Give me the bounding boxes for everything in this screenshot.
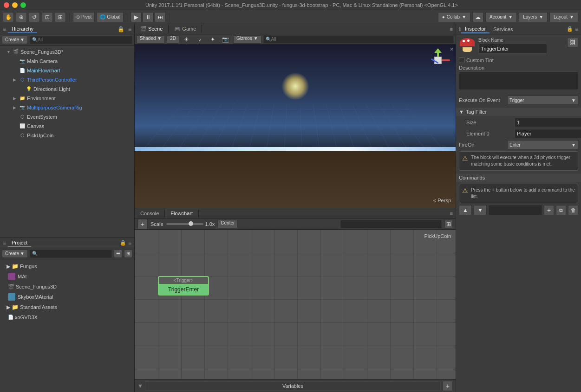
project-list-view-button[interactable]: ☰ (114, 250, 122, 258)
flowchart-viewport[interactable]: PickUpCoin <Trigger> TriggerEnter (135, 230, 456, 379)
pivot-button[interactable]: ⊙ Pivot (73, 12, 95, 22)
hierarchy-item-maincam[interactable]: 📷 Main Camera (0, 57, 134, 66)
main-toolbar: ✋ ⊕ ↺ ⊡ ⊞ ⊙ Pivot 🌐 Global ▶ ⏸ ⏭ ● Colla… (0, 10, 581, 24)
scene-viewport[interactable]: ✕ < Persp (135, 45, 456, 208)
layout-button[interactable]: Layout ▼ (549, 12, 578, 22)
scene-panel-menu[interactable]: ≡ (450, 26, 456, 32)
scale-slider[interactable] (166, 223, 203, 225)
game-icon-tab: 🎮 (174, 26, 181, 32)
move-tool-button[interactable]: ⊕ (16, 12, 27, 22)
gizmos-label: Gizmos (236, 36, 252, 41)
delete-command-button[interactable]: 🗑 (568, 205, 578, 215)
hierarchy-lock-icon[interactable]: 🔒 (118, 26, 124, 32)
pause-button[interactable]: ⏸ (143, 12, 154, 22)
custom-tint-checkbox[interactable] (459, 58, 464, 63)
scale-tool-button[interactable]: ⊡ (42, 12, 53, 22)
hierarchy-item-dirlight[interactable]: 💡 Directional Light (0, 84, 134, 94)
fireon-dropdown[interactable]: Enter ▼ (507, 140, 578, 149)
cloud-button[interactable]: ☁ (472, 12, 483, 22)
hierarchy-item-environment[interactable]: ▶ 📁 Environment (0, 94, 134, 103)
size-input[interactable] (515, 118, 581, 127)
light-toggle-button[interactable]: ☀ (181, 34, 192, 45)
commands-section[interactable]: Commands (456, 174, 581, 182)
minimize-button[interactable] (12, 2, 18, 8)
inspector-lock-icon[interactable]: 🔒 (567, 26, 573, 32)
project-create-button[interactable]: Create ▼ (2, 250, 28, 258)
hierarchy-item-canvas[interactable]: ⬜ Canvas (0, 122, 134, 131)
project-grid-view-button[interactable]: ⊞ (124, 250, 132, 258)
hierarchy-tab[interactable]: Hierarchy (8, 25, 37, 33)
hierarchy-item-thirdperson[interactable]: ▶ ⬡ ThirdPersonController (0, 75, 134, 84)
inspector-tab-inspector[interactable]: Inspector (461, 25, 490, 33)
hand-tool-button[interactable]: ✋ (3, 12, 14, 22)
project-lock-icon[interactable]: 🔒 (120, 240, 126, 246)
project-item-skybox[interactable]: SkyboxMAterial (0, 292, 134, 302)
block-name-input[interactable] (478, 44, 547, 54)
account-button[interactable]: Account ▼ (485, 12, 517, 22)
audio-toggle-button[interactable]: ♪ (194, 34, 205, 45)
project-item-xogvd3x[interactable]: 📄 xoGVD3X (0, 312, 134, 322)
flowchart-maximize-button[interactable]: ⊞ (444, 220, 453, 228)
flowchart-add-button[interactable]: + (137, 219, 148, 229)
inspector-menu-icon[interactable]: ≡ (575, 26, 578, 32)
step-button[interactable]: ⏭ (155, 12, 166, 22)
material-icon-mat (8, 273, 15, 280)
project-search-input[interactable] (30, 250, 112, 258)
maximize-button[interactable] (20, 2, 26, 8)
flowchart-panel-menu[interactable]: ≡ (450, 211, 456, 216)
custom-tint-row: Custom Tint (459, 58, 578, 63)
close-button[interactable] (4, 2, 9, 8)
project-menu-icon[interactable]: ≡ (128, 240, 131, 246)
hierarchy-item-mainflowchart[interactable]: 📄 MainFlowchart (0, 66, 134, 75)
hierarchy-item-eventsystem[interactable]: ⬡ EventSystem (0, 112, 134, 122)
account-label: Account (490, 14, 506, 19)
gizmos-button[interactable]: Gizmos ▼ (233, 35, 261, 44)
copy-command-button[interactable]: ⧉ (556, 205, 566, 215)
element0-input[interactable] (515, 129, 581, 138)
project-tab[interactable]: Project (8, 239, 31, 247)
add-command-button[interactable]: + (544, 205, 554, 215)
down-arrow-button[interactable]: ▼ (474, 205, 487, 215)
scene-search-input[interactable] (263, 35, 454, 44)
console-tab[interactable]: Console (135, 210, 165, 217)
scale-thumb[interactable] (189, 221, 193, 226)
flowchart-block-triggerenter[interactable]: <Trigger> TriggerEnter (158, 276, 209, 296)
project-item-fungus[interactable]: ▶ 📁 Fungus (0, 261, 134, 271)
description-input[interactable] (459, 71, 578, 90)
inspector-block-icon-btn[interactable]: 🖼 (567, 37, 578, 47)
flowchart-search-input[interactable] (340, 220, 442, 228)
hierarchy-create-button[interactable]: Create ▼ (2, 36, 28, 44)
title-bar: Unity 2017.1.1f1 Personal (64bit) - Scen… (0, 0, 581, 10)
hierarchy-item-multipurpose[interactable]: ▶ 📷 MultipurposeCameraRig (0, 103, 134, 112)
scene-tab-scene[interactable]: 🎬 Scene (135, 25, 169, 33)
rect-tool-button[interactable]: ⊞ (55, 12, 66, 22)
fx-toggle-button[interactable]: ✦ (207, 34, 218, 45)
collab-button[interactable]: ● Collab ▼ (438, 12, 470, 22)
hierarchy-search-input[interactable] (30, 36, 132, 44)
hierarchy-item-scene[interactable]: ▼ 🎬 Scene_Fungus3D* (0, 47, 134, 57)
shaded-button[interactable]: Shaded ▼ (137, 35, 165, 44)
rotate-tool-button[interactable]: ↺ (29, 12, 40, 22)
hierarchy-item-pickupcoin[interactable]: ⬡ PickUpCoin (0, 131, 134, 140)
variables-add-button[interactable]: + (443, 381, 453, 391)
tag-filter-section[interactable]: ▼ Tag Filter (456, 108, 581, 116)
camera-toggle-button[interactable]: 📷 (220, 34, 231, 45)
up-arrow-button[interactable]: ▲ (459, 205, 472, 215)
commands-label: Commands (459, 175, 485, 180)
scene-tab-game[interactable]: 🎮 Game (169, 25, 202, 33)
2d-button[interactable]: 2D (167, 35, 179, 44)
center-button[interactable]: Center (217, 220, 238, 228)
execute-event-dropdown[interactable]: Trigger ▼ (507, 96, 578, 105)
play-button[interactable]: ▶ (131, 12, 142, 22)
viewport-close-button[interactable]: ✕ (450, 46, 454, 52)
inspector-tab-services[interactable]: Services (490, 26, 516, 33)
center-panel: 🎬 Scene 🎮 Game ≡ Shaded ▼ 2D ☀ ♪ ✦ (135, 24, 456, 392)
flowchart-tab[interactable]: Flowchart (165, 210, 199, 217)
project-item-scene[interactable]: 🎬 Scene_Fungus3D (0, 282, 134, 292)
global-button[interactable]: 🌐 Global (97, 12, 124, 22)
project-item-standard[interactable]: ▶ 📁 Standard Assets (0, 302, 134, 312)
hierarchy-menu-icon[interactable]: ≡ (128, 26, 131, 32)
project-item-mat[interactable]: MAt (0, 271, 134, 282)
command-spacer (489, 205, 542, 215)
layers-button[interactable]: Layers ▼ (519, 12, 548, 22)
